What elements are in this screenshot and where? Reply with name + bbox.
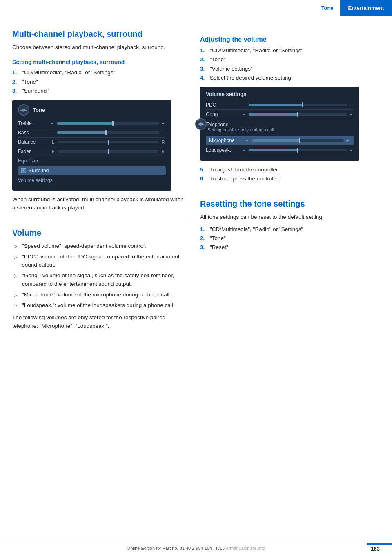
multichannel-title: Multi-channel playback, surround	[12, 29, 188, 39]
tone-screenshot: ◀▶ Tone Treble − + Bass −	[12, 100, 172, 191]
footer-text: Online Edition for Part no. 01 40 2 954 …	[127, 546, 265, 551]
header-tone-label: Tone	[315, 0, 340, 16]
vol-loudspeak-label: Loudspeak.	[206, 147, 243, 153]
volume-bullets: ▷ "Speed volume": speed-dependent volume…	[12, 242, 188, 310]
adjust-step-5: 5. To adjust: turn the controller.	[200, 166, 384, 174]
setting-step-1: 1. "CD/Multimedia", "Radio" or "Settings…	[12, 69, 188, 77]
adjusting-step-3: 3. "Volume settings"	[200, 65, 384, 73]
divider-1	[12, 220, 188, 220]
resetting-steps-list: 1. "CD/Multimedia", "Radio" or "Settings…	[200, 225, 384, 252]
vol-screen-header: Volume settings	[206, 91, 354, 97]
tone-bass-row: Bass − +	[18, 128, 166, 138]
header-entertainment-label: Entertainment	[340, 0, 392, 16]
page-header: Tone Entertainment	[0, 0, 392, 16]
tone-balance-row: Balance L R	[18, 138, 166, 147]
divider-2	[200, 191, 384, 191]
vol-telephone-label: Telephone:	[206, 122, 243, 127]
vol-loudspeak-row: Loudspeak. − +	[206, 146, 354, 155]
vol-nav-icon: ◀▶	[195, 118, 207, 130]
bullet-speed-volume: ▷ "Speed volume": speed-dependent volume…	[12, 242, 188, 250]
setting-subtitle: Setting multi-channel playback, surround	[12, 59, 188, 65]
adjusting-step-2: 2. "Tone"	[200, 56, 384, 64]
bullet-microphone: ▷ "Microphone": volume of the microphone…	[12, 291, 188, 299]
adjusting-step-1: 1. "CD/Multimedia", "Radio" or "Settings…	[200, 47, 384, 55]
bullet-arrow-1: ▷	[14, 243, 20, 250]
tone-surround-row: ✓ Surround	[18, 166, 166, 175]
vol-pdc-label: PDC	[206, 102, 243, 108]
adjust-steps-56-list: 5. To adjust: turn the controller. 6. To…	[200, 166, 384, 183]
setting-step-3: 3. "Surround"	[12, 87, 188, 95]
tone-vol-settings-row: Volume settings	[18, 176, 166, 185]
vol-gong-label: Gong	[206, 111, 243, 117]
setting-step-2: 2. "Tone"	[12, 78, 188, 86]
bullet-arrow-4: ▷	[14, 291, 20, 299]
tone-equalizer-row: Equalizer	[18, 156, 166, 165]
adjust-step-6: 6. To store: press the controller.	[200, 175, 384, 183]
vol-microphone-label: Microphone	[209, 138, 246, 143]
resetting-step-2: 2. "Tone"	[200, 234, 384, 242]
tone-fader-row: Fader F R	[18, 147, 166, 156]
vol-telephone-row: Telephone: Setting possible only during …	[206, 119, 354, 135]
vol-pdc-row: PDC − +	[206, 100, 354, 110]
resetting-title: Resetting the tone settings	[200, 198, 384, 209]
tone-balance-label: Balance	[18, 139, 51, 145]
setting-steps-list: 1. "CD/Multimedia", "Radio" or "Settings…	[12, 69, 188, 95]
tone-treble-bar: − +	[51, 121, 166, 126]
adjusting-steps-list: 1. "CD/Multimedia", "Radio" or "Settings…	[200, 47, 384, 82]
bullet-gong: ▷ "Gong": volume of the signal, such as …	[12, 271, 188, 288]
multichannel-intro: Choose between stereo and multi-channel …	[12, 43, 188, 51]
main-content: Multi-channel playback, surround Choose …	[0, 16, 392, 342]
volume-title: Volume	[12, 227, 188, 238]
left-column: Multi-channel playback, surround Choose …	[12, 29, 188, 334]
surround-checkbox: ✓	[21, 168, 26, 173]
page-footer: Online Edition for Part no. 01 40 2 954 …	[0, 540, 392, 556]
footer-watermark: armanualonline.info	[226, 546, 265, 551]
tone-screen-header: ◀▶ Tone	[18, 104, 166, 116]
bullet-loudspeak: ▷ "Loudspeak.": volume of the loudspeake…	[12, 301, 188, 309]
page-number: 163	[371, 546, 380, 552]
bullet-arrow-5: ▷	[14, 302, 20, 309]
surround-label: Surround	[29, 168, 49, 173]
bullet-pdc: ▷ "PDC": volume of the PDC signal compar…	[12, 253, 188, 269]
vol-screenshot: ◀▶ Volume settings PDC − + Gong	[200, 87, 359, 161]
right-column: Adjusting the volume 1. "CD/Multimedia",…	[200, 29, 384, 334]
surround-description: When surround is activated, multi-channe…	[12, 196, 188, 212]
resetting-step-1: 1. "CD/Multimedia", "Radio" or "Settings…	[200, 225, 384, 234]
tone-bass-bar: − +	[51, 130, 166, 135]
resetting-step-3: 3. "Reset"	[200, 243, 384, 251]
bullet-arrow-2: ▷	[14, 254, 20, 269]
vol-gong-row: Gong − +	[206, 110, 354, 119]
volume-footer-text: The following volumes are only stored fo…	[12, 314, 188, 330]
adjusting-title: Adjusting the volume	[200, 36, 384, 43]
vol-screen-title: Volume settings	[206, 91, 246, 97]
tone-treble-row: Treble − +	[18, 119, 166, 128]
tone-fader-bar: F R	[51, 149, 166, 154]
tone-treble-label: Treble	[18, 120, 51, 126]
bullet-arrow-3: ▷	[14, 272, 20, 288]
tone-bass-label: Bass	[18, 130, 51, 136]
adjusting-step-4: 4. Select the desired volume setting.	[200, 74, 384, 82]
vol-microphone-row: Microphone − +	[206, 136, 354, 145]
vol-telephone-subtitle: Setting possible only during a call.	[206, 127, 275, 132]
tone-screen-title: Tone	[33, 107, 45, 113]
page-line	[368, 543, 392, 545]
tone-nav-icon: ◀▶	[18, 104, 29, 116]
tone-balance-bar: L R	[51, 140, 166, 145]
resetting-intro: All tone settings can be reset to the de…	[200, 213, 384, 221]
tone-fader-label: Fader	[18, 149, 51, 154]
